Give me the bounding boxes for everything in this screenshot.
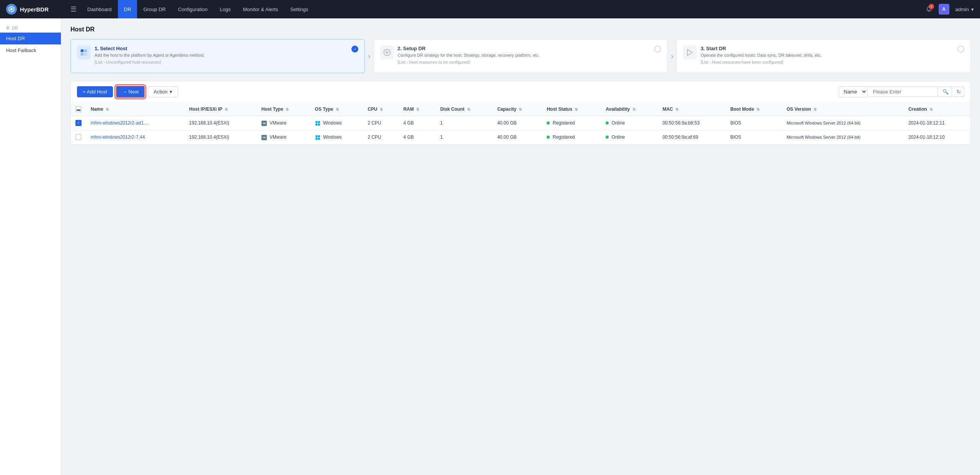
th-os-type[interactable]: OS Type ⇅ [310,103,363,116]
row-disk-count-0: 1 [436,116,493,130]
hamburger-icon[interactable]: ☰ [66,5,81,13]
nav-dashboard[interactable]: Dashboard [81,0,118,18]
app-body: ⊞ DR Host DR Host Failback Host DR [0,18,980,475]
svg-text:VM: VM [263,136,266,139]
step-arrow-1: › [365,39,374,73]
table-wrapper: ▬ Name ⇅ Host IP/ESXi IP ⇅ Host Type ⇅ O… [71,103,970,144]
table-toolbar: + Add Host → Next Action ▾ Name IP Statu… [71,81,970,103]
svg-rect-14 [315,135,317,137]
nav-group-dr[interactable]: Group DR [137,0,172,18]
step-3-card[interactable]: 3. Start DR Operate the configured hosts… [676,39,971,73]
nav-right: 4 A admin ▾ [926,4,974,15]
action-button[interactable]: Action ▾ [148,86,178,97]
th-boot-mode[interactable]: Boot Mode ⇅ [726,103,782,116]
row-creation-1: 2024-01-18:12:10 [904,130,970,144]
row-name-1: mhm-windows2012r2-7.44 [86,130,185,144]
main-content: Host DR 1. Select Host [61,18,980,475]
step-1-card[interactable]: 1. Select Host Add the host to the platf… [70,39,365,73]
nav-dr[interactable]: DR [118,0,137,18]
add-host-button[interactable]: + Add Host [77,86,113,97]
step-3-icon [683,46,697,59]
step-1-info: 1. Select Host Add the host to the platf… [95,46,348,64]
data-table: ▬ Name ⇅ Host IP/ESXi IP ⇅ Host Type ⇅ O… [71,103,970,144]
svg-rect-0 [81,49,83,52]
row-ram-1: 4 GB [399,130,436,144]
th-disk-count[interactable]: Disk Count ⇅ [436,103,493,116]
row-mac-1: 00:50:56:9a:af:69 [658,130,726,144]
th-cpu[interactable]: CPU ⇅ [363,103,399,116]
nav-configuration[interactable]: Configuration [172,0,214,18]
svg-rect-15 [318,135,320,137]
row-availability-0: Online [601,116,658,130]
step-2-circle [654,46,661,52]
th-host-type[interactable]: Host Type ⇅ [257,103,310,116]
row-capacity-1: 40.00 GB [493,130,542,144]
step-arrow-2: › [668,39,676,73]
svg-rect-8 [315,121,317,123]
svg-rect-11 [318,123,320,125]
step-2-desc: Configure DR strategy for the host: Stra… [398,52,651,58]
nav-avatar: A [939,4,949,15]
th-ip[interactable]: Host IP/ESXi IP ⇅ [185,103,257,116]
row-creation-0: 2024-01-18:12:11 [904,116,970,130]
logo[interactable]: HyperBDR [6,4,60,15]
sidebar-section-icon: ⊞ [6,25,10,30]
availability-dot-0 [606,121,609,124]
row-name-0: mhm-windows2012r2-ad1.... [86,116,185,130]
sidebar-item-host-dr[interactable]: Host DR [0,33,61,44]
th-mac[interactable]: MAC ⇅ [658,103,726,116]
svg-text:VM: VM [263,122,266,124]
nav-user[interactable]: admin ▾ [956,7,974,12]
row-host-type-1: VM VMware [257,130,310,144]
bell-icon[interactable]: 4 [926,5,933,13]
row-mac-0: 00:50:56:9a:b8:53 [658,116,726,130]
step-3-title: 3. Start DR [701,46,954,51]
availability-dot-1 [606,136,609,139]
th-name[interactable]: Name ⇅ [86,103,185,116]
svg-rect-17 [318,138,320,139]
row-ip-1: 192.168.10.4(ESXi) [185,130,257,144]
row-os-type-1: Windows [310,130,363,144]
search-select[interactable]: Name IP Status [839,86,867,97]
step-2-title: 2. Setup DR [398,46,651,51]
nav-settings[interactable]: Settings [284,0,314,18]
th-capacity[interactable]: Capacity ⇅ [493,103,542,116]
search-input[interactable] [869,87,938,97]
svg-rect-9 [318,121,320,123]
host-status-dot-0 [547,121,550,124]
step-2-info: 2. Setup DR Configure DR strategy for th… [398,46,651,64]
table-row: ✓ mhm-windows2012r2-ad1.... 192.168.10.4… [71,116,970,130]
row-checkbox-cell-0: ✓ [71,116,86,130]
nav-monitor-alerts[interactable]: Monitor & Alerts [237,0,284,18]
sidebar: ⊞ DR Host DR Host Failback [0,18,61,475]
host-link-1[interactable]: mhm-windows2012r2-7.44 [91,134,145,140]
row-checkbox-1[interactable] [75,134,82,140]
search-button[interactable]: 🔍 [939,87,952,97]
th-host-status[interactable]: Host Status ⇅ [542,103,601,116]
host-status-dot-1 [547,136,550,139]
logo-icon [6,4,17,15]
row-os-version-0: Microsoft Windows Server 2012 (64-bit) [782,116,904,130]
table-row: mhm-windows2012r2-7.44 192.168.10.4(ESXi… [71,130,970,144]
nav-logs[interactable]: Logs [214,0,237,18]
table-header-row: ▬ Name ⇅ Host IP/ESXi IP ⇅ Host Type ⇅ O… [71,103,970,116]
step-2-card[interactable]: 2. Setup DR Configure DR strategy for th… [374,39,668,73]
step-1-desc: Add the host to the platform by Agent or… [95,52,348,58]
th-checkbox: ▬ [71,103,86,116]
host-link-0[interactable]: mhm-windows2012r2-ad1.... [91,120,149,126]
logo-text: HyperBDR [20,6,49,13]
th-ram[interactable]: RAM ⇅ [399,103,436,116]
th-availability[interactable]: Availability ⇅ [601,103,658,116]
header-checkbox[interactable]: ▬ [75,106,82,112]
row-checkbox-0[interactable]: ✓ [75,120,82,126]
th-os-version[interactable]: OS Version ⇅ [782,103,904,116]
refresh-button[interactable]: ↻ [954,87,964,97]
search-area: Name IP Status 🔍 ↻ [839,86,964,97]
next-button[interactable]: → Next [116,86,145,98]
th-creation[interactable]: Creation ⇅ [904,103,970,116]
top-nav: HyperBDR ☰ Dashboard DR Group DR Configu… [0,0,980,18]
step-2-sub: [List - Host resources to be configured] [398,60,651,64]
sidebar-item-host-failback[interactable]: Host Failback [0,44,61,56]
steps-row: 1. Select Host Add the host to the platf… [70,39,971,73]
step-3-desc: Operate the configured hosts: Data sync,… [701,52,954,58]
